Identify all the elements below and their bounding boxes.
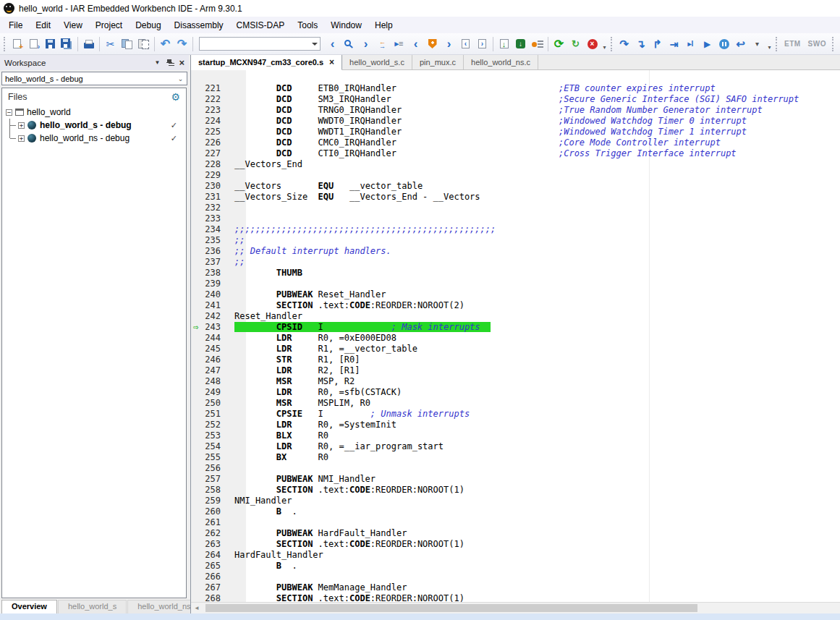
menu-file[interactable]: File	[2, 18, 29, 33]
panel-menu-icon[interactable]: ▼	[154, 59, 160, 66]
code-line-246[interactable]: 246 STR R1, [R0]	[191, 354, 840, 365]
menu-debug[interactable]: Debug	[129, 18, 167, 33]
expand-toggle-icon[interactable]: −	[6, 109, 12, 116]
close-tab-icon[interactable]: ×	[329, 58, 334, 67]
code-line-259[interactable]: 259NMI_Handler	[191, 496, 840, 506]
save-icon[interactable]	[42, 35, 59, 53]
document-tab-hello_world_s.c[interactable]: hello_world_s.c	[342, 55, 412, 69]
toolbar-overflow-icon[interactable]: ▾	[765, 35, 773, 53]
chevron-down-icon[interactable]: ⌄	[174, 72, 187, 85]
find-previous-icon[interactable]: ‹	[324, 35, 341, 53]
code-line-234[interactable]: 234;;;;;;;;;;;;;;;;;;;;;;;;;;;;;;;;;;;;;…	[191, 224, 840, 235]
go-icon[interactable]: ▶	[699, 35, 716, 53]
code-line-232[interactable]: 232	[191, 203, 840, 213]
code-line-225[interactable]: 225 DCD WWDT1_IRQHandler ;Windowed Watch…	[191, 127, 840, 137]
code-line-251[interactable]: 251 CPSIE I ; Unmask interrupts	[191, 409, 840, 420]
code-line-267[interactable]: 267 PUBWEAK MemManage_Handler	[191, 582, 840, 593]
next-statement-icon[interactable]: ⇥	[666, 35, 682, 53]
undo-icon[interactable]: ↶	[157, 35, 174, 53]
break-circle-icon[interactable]: ↻	[567, 35, 584, 53]
horizontal-scrollbar[interactable]: ◄	[191, 602, 840, 613]
scroll-left-button[interactable]: ◄	[191, 603, 203, 613]
workspace-tab-overview[interactable]: Overview	[1, 600, 57, 613]
download-and-debug-icon[interactable]: ↓	[496, 35, 512, 53]
scrollbar-thumb[interactable]	[205, 604, 697, 612]
code-line-228[interactable]: 228__Vectors_End	[191, 159, 840, 170]
swap-arrows-icon[interactable]: ←→	[374, 35, 391, 53]
code-line-240[interactable]: 240 PUBWEAK Reset_Handler	[191, 289, 840, 300]
swo-button[interactable]: SWO	[805, 35, 830, 53]
next-document-icon[interactable]: ›	[474, 35, 491, 53]
code-line-226[interactable]: 226 DCD CMC0_IRQHandler ;Core Mode Contr…	[191, 137, 840, 148]
navigate-back-icon[interactable]: ‹	[407, 35, 424, 53]
document-tab-hello_world_ns.c[interactable]: hello_world_ns.c	[464, 55, 538, 69]
expand-toggle-icon[interactable]: +	[18, 122, 25, 129]
find-next-icon[interactable]: ›	[357, 35, 374, 53]
step-into-icon[interactable]: ↴	[632, 35, 649, 53]
menu-window[interactable]: Window	[324, 18, 368, 33]
code-line-258[interactable]: 258 SECTION .text:CODE:REORDER:NOROOT(1)	[191, 485, 840, 496]
code-line-241[interactable]: 241 SECTION .text:CODE:REORDER:NOROOT(2)	[191, 300, 840, 311]
combo-dropdown-icon[interactable]	[309, 38, 320, 50]
menu-cmsis-dap[interactable]: CMSIS-DAP	[230, 18, 292, 33]
code-line-238[interactable]: 238 THUMB	[191, 268, 840, 279]
code-line-262[interactable]: 262 PUBWEAK HardFault_Handler	[191, 528, 840, 539]
copy-icon[interactable]	[119, 35, 135, 53]
go-to-definition-icon[interactable]: ▸≡	[391, 35, 407, 53]
expand-toggle-icon[interactable]: +	[18, 135, 25, 142]
code-line-224[interactable]: 224 DCD WWDT0_IRQHandler ;Windowed Watch…	[191, 116, 840, 127]
code-line-263[interactable]: 263 SECTION .text:CODE:REORDER:NOROOT(1)	[191, 539, 840, 550]
menu-edit[interactable]: Edit	[29, 18, 57, 33]
step-over-icon[interactable]: ↷	[616, 35, 632, 53]
save-all-icon[interactable]	[59, 35, 75, 53]
stop-debugging-icon[interactable]: ×	[584, 35, 601, 53]
run-to-cursor-icon[interactable]: ▸I	[682, 35, 699, 53]
reset-icon[interactable]: ⟳	[551, 35, 567, 53]
terminal-io-icon[interactable]	[837, 35, 840, 53]
code-line-248[interactable]: 248 MSR MSP, R2	[191, 376, 840, 387]
paste-icon[interactable]	[135, 35, 152, 53]
redo-icon[interactable]: ↷	[174, 35, 190, 53]
document-tab-pin_mux.c[interactable]: pin_mux.c	[412, 55, 464, 69]
code-line-235[interactable]: 235;;	[191, 235, 840, 246]
code-line-255[interactable]: 255 BX R0	[191, 452, 840, 463]
cut-icon[interactable]: ✂	[102, 35, 119, 53]
workspace-tab-hello_world_s[interactable]: hello_world_s	[58, 600, 127, 613]
code-line-230[interactable]: 230__Vectors EQU __vector_table	[191, 181, 840, 192]
reset-return-icon[interactable]: ↩	[732, 35, 749, 53]
menu-view[interactable]: View	[57, 18, 89, 33]
code-editor[interactable]: 221 DCD ETB0_IRQHandler ;ETB counter exp…	[191, 70, 840, 602]
code-line-243[interactable]: ⇨243 CPSID I ; Mask interrupts	[191, 322, 840, 333]
previous-document-icon[interactable]: ‹	[457, 35, 474, 53]
toolbar-overflow-icon[interactable]: ▾	[601, 35, 608, 53]
code-line-229[interactable]: 229	[191, 170, 840, 181]
code-line-231[interactable]: 231__Vectors_Size EQU __Vectors_End - __…	[191, 192, 840, 203]
code-line-249[interactable]: 249 LDR R0, =sfb(CSTACK)	[191, 387, 840, 398]
code-line-268[interactable]: 268 SECTION .text:CODE:REORDER:NOROOT(1)	[191, 593, 840, 602]
code-line-253[interactable]: 253 BLX R0	[191, 430, 840, 441]
open-file-icon[interactable]: ›	[25, 35, 42, 53]
menu-disassembly[interactable]: Disassembly	[168, 18, 230, 33]
code-line-242[interactable]: 242Reset_Handler	[191, 311, 840, 322]
etm-button[interactable]: ETM	[781, 35, 805, 53]
break-icon[interactable]	[716, 35, 732, 53]
breakpoints-list-icon[interactable]	[529, 35, 546, 53]
menu-tools[interactable]: Tools	[291, 18, 324, 33]
configuration-dropdown[interactable]: hello_world_s - debug ⌄	[1, 72, 187, 85]
print-icon[interactable]	[80, 35, 97, 53]
close-panel-icon[interactable]: ×	[179, 58, 184, 67]
toggle-bookmark-icon[interactable]	[424, 35, 441, 53]
code-line-266[interactable]: 266	[191, 572, 840, 582]
dropdown-arrow-icon[interactable]: ▾	[749, 35, 765, 53]
code-line-222[interactable]: 222 DCD SM3_IRQHandler ;Secure Generic I…	[191, 94, 840, 105]
code-line-223[interactable]: 223 DCD TRNG0_IRQHandler ;True Random Nu…	[191, 105, 840, 116]
code-line-265[interactable]: 265 B .	[191, 561, 840, 572]
code-line-250[interactable]: 250 MSR MSPLIM, R0	[191, 398, 840, 409]
tree-item-hello_world_ns[interactable]: +hello_world_ns - debug✓	[2, 132, 186, 145]
code-line-236[interactable]: 236;; Default interrupt handlers.	[191, 246, 840, 257]
code-line-247[interactable]: 247 LDR R2, [R1]	[191, 365, 840, 376]
menu-project[interactable]: Project	[89, 18, 129, 33]
code-line-257[interactable]: 257 PUBWEAK NMI_Handler	[191, 474, 840, 485]
code-line-254[interactable]: 254 LDR R0, =__iar_program_start	[191, 441, 840, 452]
navigate-forward-icon[interactable]: ›	[441, 35, 457, 53]
